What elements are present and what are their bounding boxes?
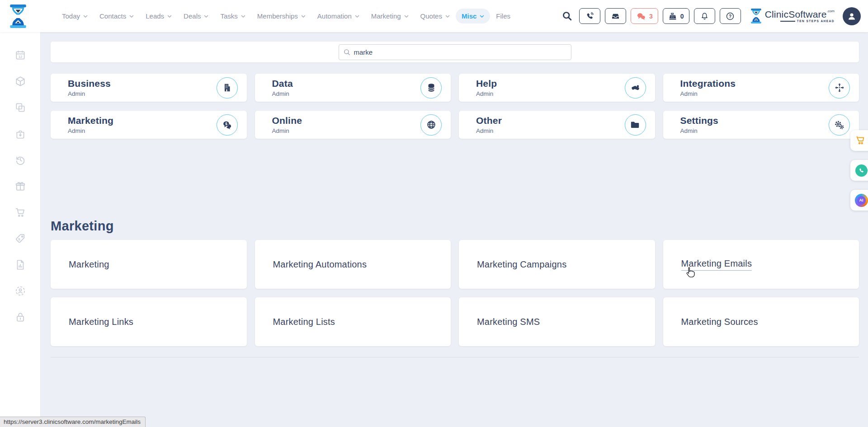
messages-button[interactable]: 3 bbox=[631, 8, 658, 24]
history-icon[interactable] bbox=[14, 154, 26, 166]
brand-logo[interactable]: ClinicSoftware .com TEN STEPS AHEAD bbox=[750, 9, 835, 23]
category-subtitle: Admin bbox=[680, 90, 736, 97]
nav-label: Tasks bbox=[220, 12, 237, 20]
cart-icon[interactable] bbox=[14, 206, 26, 218]
marketing-grid: Marketing Marketing Automations Marketin… bbox=[51, 240, 859, 346]
user-avatar[interactable] bbox=[843, 7, 861, 25]
marketing-links-card[interactable]: Marketing Links bbox=[51, 297, 247, 346]
chevron-down-icon bbox=[129, 15, 134, 18]
nav-label: Misc bbox=[462, 12, 476, 20]
section-divider bbox=[51, 357, 859, 357]
cash-register-icon bbox=[668, 12, 677, 21]
arrows-move-icon bbox=[829, 77, 850, 99]
hourglass-logo-small-icon bbox=[750, 9, 762, 23]
nav-label: Marketing bbox=[371, 12, 401, 20]
calendar-icon[interactable]: 12 bbox=[14, 49, 26, 61]
category-title: Other bbox=[476, 115, 502, 126]
phone-calls-button[interactable] bbox=[579, 8, 600, 24]
hourglass-logo-icon bbox=[8, 5, 28, 28]
person-icon bbox=[846, 11, 857, 22]
marketing-campaigns-card[interactable]: Marketing Campaigns bbox=[459, 240, 655, 289]
topbar-actions: 3 0 ? bbox=[561, 7, 868, 25]
category-card-other[interactable]: Other Admin bbox=[459, 111, 655, 139]
category-title: Integrations bbox=[680, 78, 736, 89]
lock-icon[interactable] bbox=[14, 311, 26, 323]
inbox-button[interactable] bbox=[605, 8, 626, 24]
category-subtitle: Admin bbox=[476, 90, 497, 97]
marketing-card-label: Marketing Campaigns bbox=[477, 259, 566, 270]
app-logo[interactable] bbox=[6, 4, 30, 29]
building-icon bbox=[217, 77, 238, 99]
nav-label: Files bbox=[496, 12, 510, 20]
nav-deals[interactable]: Deals bbox=[178, 9, 214, 23]
ai-label: AI bbox=[857, 196, 866, 205]
marketing-card-label: Marketing Links bbox=[69, 317, 133, 327]
nav-files[interactable]: Files bbox=[490, 9, 516, 23]
inbox-icon bbox=[611, 11, 620, 21]
nav-contacts[interactable]: Contacts bbox=[94, 9, 140, 23]
help-button[interactable]: ? bbox=[720, 8, 741, 24]
category-card-settings[interactable]: Settings Admin bbox=[663, 111, 859, 139]
category-card-integrations[interactable]: Integrations Admin bbox=[663, 74, 859, 102]
nav-label: Memberships bbox=[257, 12, 298, 20]
cart-orange-icon bbox=[855, 135, 867, 146]
nav-tasks[interactable]: Tasks bbox=[214, 9, 251, 23]
nav-today[interactable]: Today bbox=[56, 9, 94, 23]
category-card-business[interactable]: Business Admin bbox=[51, 74, 247, 102]
nav-misc[interactable]: Misc bbox=[456, 9, 490, 23]
nav-memberships[interactable]: Memberships bbox=[251, 9, 311, 23]
marketing-sources-card[interactable]: Marketing Sources bbox=[663, 297, 859, 346]
price-tag-icon[interactable]: $ bbox=[14, 233, 26, 244]
svg-text:?: ? bbox=[729, 14, 731, 19]
cube-icon[interactable] bbox=[14, 75, 26, 87]
help-icon: ? bbox=[726, 12, 735, 21]
nav-quotes[interactable]: Quotes bbox=[415, 9, 456, 23]
register-button[interactable]: 0 bbox=[663, 8, 689, 24]
category-card-marketing[interactable]: Marketing Admin $ bbox=[51, 111, 247, 139]
category-card-online[interactable]: Online Admin bbox=[255, 111, 451, 139]
gift-icon[interactable] bbox=[14, 180, 26, 192]
report-icon[interactable] bbox=[14, 259, 26, 271]
chevron-down-icon bbox=[301, 15, 306, 18]
category-card-help[interactable]: Help Admin bbox=[459, 74, 655, 102]
floating-phone-button[interactable] bbox=[850, 160, 868, 181]
chevron-down-icon bbox=[404, 15, 409, 18]
phone-volume-icon bbox=[585, 12, 594, 21]
nav-label: Contacts bbox=[99, 12, 126, 20]
marketing-automations-card[interactable]: Marketing Automations bbox=[255, 240, 451, 289]
marketing-emails-card[interactable]: Marketing Emails bbox=[663, 240, 859, 289]
main-content: Business Admin Data Admin bbox=[41, 32, 868, 427]
search-icon[interactable] bbox=[561, 10, 573, 22]
top-bar: Today Contacts Leads Deals Tasks Members… bbox=[0, 0, 868, 32]
copy-icon[interactable] bbox=[14, 102, 26, 113]
account-icon[interactable] bbox=[14, 285, 26, 297]
bag-import-icon[interactable] bbox=[14, 128, 26, 140]
nav-marketing[interactable]: Marketing bbox=[365, 9, 415, 23]
category-title: Settings bbox=[680, 115, 718, 126]
search-input[interactable] bbox=[339, 44, 571, 60]
category-title: Marketing bbox=[68, 115, 113, 126]
marketing-lists-card[interactable]: Marketing Lists bbox=[255, 297, 451, 346]
svg-text:12: 12 bbox=[18, 55, 22, 59]
category-title: Business bbox=[68, 78, 111, 89]
chevron-down-icon bbox=[167, 15, 172, 18]
nav-leads[interactable]: Leads bbox=[140, 9, 178, 23]
marketing-card-label: Marketing SMS bbox=[477, 317, 540, 327]
category-subtitle: Admin bbox=[272, 127, 302, 134]
marketing-card[interactable]: Marketing bbox=[51, 240, 247, 289]
svg-text:$: $ bbox=[225, 122, 227, 126]
main-nav: Today Contacts Leads Deals Tasks Members… bbox=[56, 9, 516, 23]
chevron-down-icon bbox=[355, 15, 359, 18]
brand-text: ClinicSoftware .com TEN STEPS AHEAD bbox=[765, 9, 835, 23]
marketing-sms-card[interactable]: Marketing SMS bbox=[459, 297, 655, 346]
category-card-data[interactable]: Data Admin bbox=[255, 74, 451, 102]
notifications-button[interactable] bbox=[694, 8, 715, 24]
marketing-card-label: Marketing Automations bbox=[273, 259, 367, 270]
chevron-down-icon bbox=[83, 15, 88, 18]
floating-ai-button[interactable]: AI bbox=[850, 190, 868, 211]
floating-cart-button[interactable] bbox=[850, 130, 868, 151]
nav-automation[interactable]: Automation bbox=[311, 9, 365, 23]
category-subtitle: Admin bbox=[68, 90, 111, 97]
category-grid: Business Admin Data Admin bbox=[51, 74, 859, 139]
search-input-icon bbox=[343, 48, 351, 56]
